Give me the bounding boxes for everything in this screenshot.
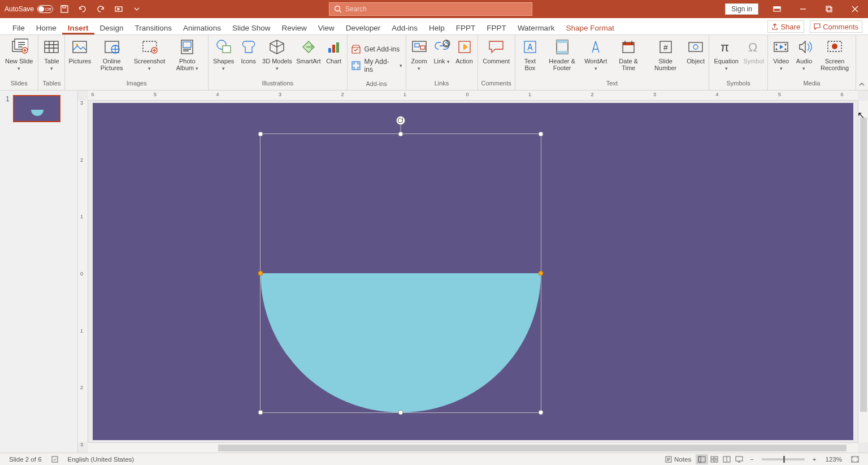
close-icon[interactable] <box>842 0 868 18</box>
sign-in-button[interactable]: Sign in <box>725 3 758 15</box>
date-time-button[interactable]: Date & Time <box>612 37 645 71</box>
tab-home[interactable]: Home <box>31 20 62 35</box>
adjust-handle-right[interactable] <box>539 270 544 275</box>
resize-handle-nw[interactable] <box>258 131 263 136</box>
reading-view-icon[interactable] <box>721 454 733 464</box>
online-pictures-button[interactable]: Online Pictures <box>94 37 129 71</box>
screenshot-button[interactable]: Screenshot ▾ <box>132 37 167 72</box>
comment-button[interactable]: Comment <box>483 37 510 64</box>
table-button[interactable]: Table ▾ <box>42 37 61 72</box>
spellcheck-icon[interactable] <box>46 455 63 463</box>
customize-qat-icon[interactable] <box>130 2 144 16</box>
autosave-toggle[interactable]: AutoSave Off <box>5 5 53 13</box>
new-slide-button[interactable]: New Slide ▾ <box>3 37 34 72</box>
tab-developer[interactable]: Developer <box>340 20 387 35</box>
zoom-level[interactable]: 123% <box>821 456 847 463</box>
tab-insert[interactable]: Insert <box>62 20 94 35</box>
tab-add-ins[interactable]: Add-ins <box>386 20 423 35</box>
language-status[interactable]: English (United States) <box>63 456 139 463</box>
tab-fppt[interactable]: FPPT <box>450 20 481 35</box>
half-circle-shape[interactable] <box>261 273 541 412</box>
zoom-slider[interactable] <box>762 458 805 460</box>
audio-button[interactable]: Audio ▾ <box>795 37 814 72</box>
ruler-tick: 2 <box>80 157 83 163</box>
redo-icon[interactable] <box>94 2 107 16</box>
icons-button[interactable]: Icons <box>239 37 258 64</box>
comments-button[interactable]: Comments <box>810 20 862 33</box>
ribbon-display-options-icon[interactable] <box>764 0 790 18</box>
maximize-icon[interactable] <box>816 0 842 18</box>
slide-panel[interactable]: 1 <box>0 91 78 453</box>
resize-handle-n[interactable] <box>398 131 403 136</box>
zoom-in-button[interactable]: + <box>808 456 821 463</box>
tab-slide-show[interactable]: Slide Show <box>227 20 276 35</box>
scrollbar-thumb[interactable] <box>218 445 847 451</box>
slideshow-view-icon[interactable] <box>733 454 745 464</box>
undo-icon[interactable] <box>76 2 89 16</box>
video-button[interactable]: Video ▾ <box>771 37 791 72</box>
object-button[interactable]: Object <box>686 37 705 64</box>
tab-design[interactable]: Design <box>94 20 129 35</box>
link-button[interactable]: Link ▾ <box>432 37 452 65</box>
search-box[interactable] <box>329 2 532 16</box>
tab-shape-format[interactable]: Shape Format <box>560 20 620 35</box>
equation-button[interactable]: πEquation ▾ <box>713 37 740 72</box>
3d-models-button[interactable]: 3D Models ▾ <box>262 37 293 72</box>
tab-watermark[interactable]: Watermark <box>512 20 561 35</box>
slide-counter[interactable]: Slide 2 of 6 <box>5 456 46 463</box>
normal-view-icon[interactable] <box>696 454 708 464</box>
horizontal-scrollbar[interactable] <box>88 442 858 453</box>
canvas-area[interactable]: 6543210123456 3210123 <box>78 91 868 453</box>
tab-transitions[interactable]: Transitions <box>129 20 178 35</box>
header-footer-button[interactable]: Header & Footer <box>545 37 579 71</box>
chart-button[interactable]: Chart <box>324 37 344 64</box>
slide-thumbnail[interactable] <box>13 95 60 122</box>
wordart-button[interactable]: WordArt ▾ <box>583 37 609 72</box>
resize-handle-se[interactable] <box>539 410 544 415</box>
chevron-down-icon: ▾ <box>50 66 53 71</box>
ribbon-group-symbols: πEquation ▾ΩSymbolSymbols <box>709 35 768 90</box>
photo-album-button[interactable]: Photo Album ▾ <box>170 37 205 72</box>
resize-handle-s[interactable] <box>398 410 403 415</box>
group-label: Symbols <box>726 80 750 89</box>
vertical-scrollbar[interactable] <box>858 101 868 442</box>
tab-view[interactable]: View <box>313 20 340 35</box>
fit-to-window-icon[interactable] <box>847 456 863 463</box>
myaddins-button[interactable]: My Add-ins▾ <box>351 58 402 74</box>
group-label: Tables <box>43 80 61 89</box>
zoom-out-button[interactable]: − <box>745 456 758 463</box>
rotation-handle[interactable] <box>396 116 405 125</box>
svg-rect-54 <box>711 457 714 459</box>
save-icon[interactable] <box>58 2 71 16</box>
shapes-button[interactable]: Shapes ▾ <box>212 37 236 72</box>
adjust-handle-left[interactable] <box>258 270 263 275</box>
zoom-button[interactable]: Zoom ▾ <box>410 37 429 72</box>
collapse-ribbon-icon[interactable] <box>856 35 868 90</box>
slide-canvas[interactable] <box>93 103 853 440</box>
start-from-beginning-icon[interactable] <box>112 2 125 16</box>
scrollbar-thumb[interactable] <box>860 118 867 412</box>
tab-review[interactable]: Review <box>276 20 312 35</box>
minimize-icon[interactable] <box>790 0 816 18</box>
action-button[interactable]: Action <box>455 37 474 64</box>
smartart-button[interactable]: SmartArt <box>296 37 320 64</box>
resize-handle-sw[interactable] <box>258 410 263 415</box>
screen-recording-button[interactable]: Screen Recording <box>817 37 852 71</box>
ruler-tick: 3 <box>80 100 83 106</box>
ruler-tick: 2 <box>591 92 593 97</box>
slide-sorter-view-icon[interactable] <box>708 454 721 464</box>
tab-help[interactable]: Help <box>423 20 450 35</box>
tab-fppt[interactable]: FPPT <box>481 20 512 35</box>
share-button[interactable]: Share <box>767 20 804 33</box>
tab-animations[interactable]: Animations <box>177 20 227 35</box>
selection-box[interactable] <box>260 134 541 414</box>
store-button[interactable]: Get Add-ins <box>351 44 402 54</box>
slide-thumb-1[interactable]: 1 <box>6 95 72 122</box>
pictures-button[interactable]: Pictures <box>68 37 91 64</box>
notes-button[interactable]: Notes <box>661 456 696 463</box>
search-input[interactable] <box>345 5 527 13</box>
resize-handle-ne[interactable] <box>539 131 544 136</box>
tab-file[interactable]: File <box>7 20 31 35</box>
text-box-button[interactable]: Text Box <box>519 37 541 71</box>
slide-number-button[interactable]: #Slide Number <box>648 37 683 71</box>
